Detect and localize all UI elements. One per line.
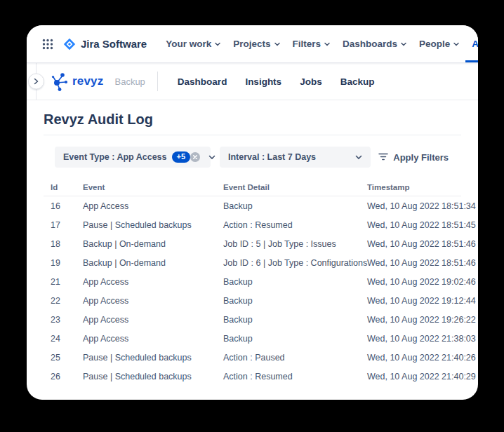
cell-event: App Access [83, 334, 223, 344]
nav-item-projects[interactable]: Projects [227, 25, 286, 62]
sidebar-expand-button[interactable] [28, 74, 44, 90]
table-row: 21 App Access Backup Wed, 10 Aug 2022 19… [44, 272, 461, 291]
event-type-filter-dropdown[interactable]: Event Type : App Access +5 [55, 147, 211, 168]
apply-filters-button[interactable]: Apply Filters [378, 152, 449, 163]
cell-event: App Access [83, 315, 223, 325]
cell-id: 24 [51, 334, 83, 344]
cell-event-detail: Job ID : 6 | Job Type : Configurations [223, 258, 367, 268]
page-title: Revyz Audit Log [44, 110, 461, 128]
apply-filters-label: Apply Filters [393, 152, 449, 163]
app-window: Jira Software Your work Projects Filters… [27, 25, 478, 400]
cell-timestamp: Wed, 10 Aug 2022 18:51:34 [367, 201, 476, 211]
nav-item-your-work[interactable]: Your work [159, 25, 227, 62]
chevron-down-icon [208, 155, 215, 160]
cell-timestamp: Wed, 10 Aug 2022 21:40:29 [367, 372, 476, 382]
main-content: Revyz Audit Log Event Type : App Access … [27, 100, 478, 386]
revyz-logo[interactable]: revyz [51, 71, 103, 92]
cell-timestamp: Wed, 10 Aug 2022 19:26:22 [367, 315, 476, 325]
nav-item-dashboards[interactable]: Dashboards [336, 25, 413, 62]
cell-event-detail: Backup [223, 315, 367, 325]
nav-item-apps[interactable]: Apps [465, 25, 478, 62]
cell-timestamp: Wed, 10 Aug 2022 19:12:44 [367, 296, 476, 306]
cell-timestamp: Wed, 10 Aug 2022 21:40:26 [367, 353, 476, 363]
cell-event-detail: Job ID : 5 | Job Type : Issues [223, 239, 367, 249]
nav-item-people[interactable]: People [413, 25, 465, 62]
chevron-down-icon [274, 42, 280, 46]
column-header-id: Id [51, 183, 83, 191]
cell-event-detail: Backup [223, 277, 367, 287]
event-type-filter-label: Event Type : App Access [63, 152, 167, 162]
top-navigation: Jira Software Your work Projects Filters… [27, 25, 478, 63]
cell-event-detail: Backup [223, 334, 367, 344]
cell-timestamp: Wed, 10 Aug 2022 18:51:46 [367, 239, 476, 249]
table-row: 17 Pause | Scheduled backups Action : Re… [44, 215, 461, 234]
chevron-down-icon [355, 155, 362, 160]
table-row: 19 Backup | On-demand Job ID : 6 | Job T… [44, 253, 461, 272]
revyz-logo-icon [51, 71, 69, 92]
cell-event: Pause | Scheduled backups [83, 353, 223, 363]
cell-event-detail: Action : Paused [223, 353, 367, 363]
revyz-app-bar: revyz Backup Dashboard Insights Jobs Bac… [27, 63, 478, 100]
app-tabs: Dashboard Insights Jobs Backup [170, 72, 383, 91]
tab-dashboard[interactable]: Dashboard [170, 72, 235, 91]
cell-event-detail: Action : Resumed [223, 372, 367, 382]
table-header-row: Id Event Event Detail Timestamp [44, 181, 461, 196]
brand-name: revyz [72, 74, 103, 88]
cell-timestamp: Wed, 10 Aug 2022 18:51:45 [367, 220, 476, 230]
jira-logo-icon [63, 38, 76, 50]
cell-id: 22 [51, 296, 83, 306]
filter-row: Event Type : App Access +5 Interval : La… [55, 147, 460, 168]
tab-jobs[interactable]: Jobs [292, 72, 330, 91]
nav-items: Your work Projects Filters Dashboards Pe… [159, 25, 478, 62]
filter-icon [378, 152, 388, 163]
table-row: 24 App Access Backup Wed, 10 Aug 2022 21… [44, 329, 461, 348]
audit-log-table: Id Event Event Detail Timestamp 16 App A… [44, 181, 461, 386]
table-row: 22 App Access Backup Wed, 10 Aug 2022 19… [44, 291, 461, 310]
table-row: 25 Pause | Scheduled backups Action : Pa… [44, 348, 461, 367]
cell-timestamp: Wed, 10 Aug 2022 18:51:46 [367, 258, 476, 268]
column-header-event: Event [83, 183, 223, 191]
interval-filter-label: Interval : Last 7 Days [228, 152, 316, 162]
cell-timestamp: Wed, 10 Aug 2022 21:38:03 [367, 334, 476, 344]
interval-filter-dropdown[interactable]: Interval : Last 7 Days [220, 147, 371, 168]
cell-event: App Access [83, 296, 223, 306]
cell-event-detail: Action : Resumed [223, 220, 367, 230]
event-type-count-badge: +5 [172, 151, 191, 163]
table-row: 26 Pause | Scheduled backups Action : Re… [44, 367, 461, 386]
cell-event: Pause | Scheduled backups [83, 372, 223, 382]
cell-id: 26 [51, 372, 83, 382]
table-row: 18 Backup | On-demand Job ID : 5 | Job T… [44, 234, 461, 253]
cell-id: 17 [51, 220, 83, 230]
cell-id: 18 [51, 239, 83, 249]
cell-id: 16 [51, 201, 83, 211]
column-header-event-detail: Event Detail [223, 183, 367, 191]
cell-timestamp: Wed, 10 Aug 2022 19:02:46 [367, 277, 476, 287]
cell-event-detail: Backup [223, 201, 367, 211]
app-title: Jira Software [81, 38, 147, 50]
tab-insights[interactable]: Insights [237, 72, 289, 91]
column-header-timestamp: Timestamp [367, 183, 461, 191]
cell-event: Pause | Scheduled backups [83, 220, 223, 230]
app-switcher-icon[interactable] [41, 37, 55, 51]
chevron-down-icon [453, 42, 459, 46]
cell-event-detail: Backup [223, 296, 367, 306]
tab-backup[interactable]: Backup [333, 72, 383, 91]
chevron-down-icon [324, 42, 330, 46]
cell-event: Backup | On-demand [83, 258, 223, 268]
nav-item-filters[interactable]: Filters [286, 25, 337, 62]
vertical-divider [157, 72, 158, 91]
cell-event: App Access [83, 277, 223, 287]
cell-id: 19 [51, 258, 83, 268]
cell-event: Backup | On-demand [83, 239, 223, 249]
cell-id: 23 [51, 315, 83, 325]
cell-id: 21 [51, 277, 83, 287]
app-context-label: Backup [114, 76, 145, 87]
chevron-down-icon [401, 42, 406, 46]
chevron-down-icon [215, 42, 220, 46]
table-row: 16 App Access Backup Wed, 10 Aug 2022 18… [44, 196, 461, 215]
cell-id: 25 [51, 353, 83, 363]
table-row: 23 App Access Backup Wed, 10 Aug 2022 19… [44, 310, 461, 329]
table-body: 16 App Access Backup Wed, 10 Aug 2022 18… [44, 196, 461, 386]
clear-filter-icon[interactable] [190, 152, 200, 162]
cell-event: App Access [83, 201, 223, 211]
